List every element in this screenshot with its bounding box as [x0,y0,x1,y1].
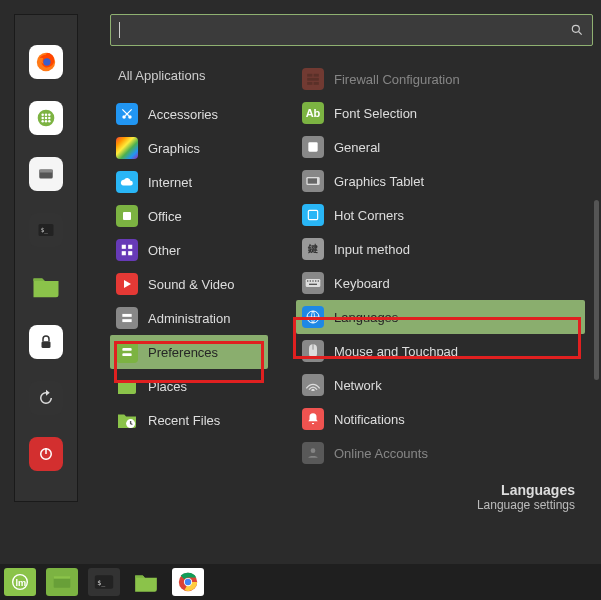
taskbar-terminal-icon[interactable]: $_ [88,568,120,596]
svg-rect-48 [309,284,317,285]
bell-icon [302,408,324,430]
svg-rect-27 [128,251,132,255]
svg-rect-36 [307,82,312,85]
category-office[interactable]: Office [110,199,268,233]
category-sound-video[interactable]: Sound & Video [110,267,268,301]
taskbar-files-icon[interactable] [46,568,78,596]
app-languages[interactable]: Languages [296,300,585,334]
item-label: Sound & Video [148,277,235,292]
app-online-accounts[interactable]: Online Accounts [296,436,585,470]
category-graphics[interactable]: Graphics [110,131,268,165]
item-description: Languages Language settings [477,482,575,512]
app-keyboard[interactable]: Keyboard [296,266,585,300]
corners-icon [302,204,324,226]
svg-rect-31 [122,353,131,356]
update-icon[interactable] [29,381,63,415]
files-icon[interactable] [29,157,63,191]
svg-text:$_: $_ [97,579,105,587]
category-preferences[interactable]: Preferences [110,335,268,369]
item-label: Other [148,243,181,258]
footer-subtitle: Language settings [477,498,575,512]
font-icon: Ab [302,102,324,124]
svg-rect-18 [45,448,47,454]
app-network[interactable]: Network [296,368,585,402]
svg-point-4 [45,113,48,116]
svg-rect-30 [122,348,131,351]
svg-point-19 [572,25,579,32]
category-internet[interactable]: Internet [110,165,268,199]
item-label: Graphics Tablet [334,174,424,189]
app-firewall-configuration[interactable]: Firewall Configuration [296,62,585,96]
svg-rect-16 [42,341,51,348]
svg-rect-26 [122,251,126,255]
svg-rect-37 [314,82,319,85]
application-menu: All Applications AccessoriesGraphicsInte… [110,14,593,564]
svg-point-7 [45,117,48,120]
scissors-icon [116,103,138,125]
svg-rect-58 [54,576,71,579]
svg-rect-29 [122,319,131,322]
app-font-selection[interactable]: AbFont Selection [296,96,585,130]
taskbar-folder-icon[interactable] [130,568,162,596]
svg-rect-42 [306,279,321,287]
prefs-icon [116,341,138,363]
item-label: Preferences [148,345,218,360]
svg-point-10 [45,120,48,123]
item-label: Hot Corners [334,208,404,223]
item-label: Firewall Configuration [334,72,460,87]
item-label: Languages [334,310,398,325]
svg-rect-35 [307,78,319,81]
category-places[interactable]: Places [110,369,268,403]
svg-point-1 [43,58,50,65]
mouse-icon [302,340,324,362]
taskbar: lm $_ [0,564,601,600]
item-label: Places [148,379,187,394]
item-label: Notifications [334,412,405,427]
svg-point-8 [48,117,51,120]
terminal-icon[interactable]: $_ [29,213,63,247]
cloud-icon [116,171,138,193]
item-label: Administration [148,311,230,326]
mint-menu-icon[interactable]: lm [4,568,36,596]
folder-icon[interactable] [29,269,63,303]
play-icon [116,273,138,295]
search-field[interactable] [110,14,593,46]
app-general[interactable]: General [296,130,585,164]
category-accessories[interactable]: Accessories [110,97,268,131]
apps-column: Firewall ConfigurationAbFont SelectionGe… [296,62,593,492]
svg-rect-33 [307,74,312,77]
svg-rect-43 [307,280,308,281]
category-administration[interactable]: Administration [110,301,268,335]
svg-point-9 [41,120,44,123]
svg-point-63 [185,579,191,585]
favorites-sidebar: $_ [14,14,78,502]
scrollbar[interactable] [594,200,599,380]
folder-icon [116,375,138,397]
power-icon[interactable] [29,437,63,471]
svg-point-5 [48,113,51,116]
firewall-icon [302,68,324,90]
item-label: Font Selection [334,106,417,121]
category-other[interactable]: Other [110,233,268,267]
item-label: Mouse and Touchpad [334,344,458,359]
app-notifications[interactable]: Notifications [296,402,585,436]
lock-icon[interactable] [29,325,63,359]
taskbar-chrome-icon[interactable] [172,568,204,596]
svg-rect-46 [315,280,316,281]
item-label: Recent Files [148,413,220,428]
app-graphics-tablet[interactable]: Graphics Tablet [296,164,585,198]
tablet-icon [302,170,324,192]
apps-icon[interactable] [29,101,63,135]
app-mouse-and-touchpad[interactable]: Mouse and Touchpad [296,334,585,368]
svg-rect-38 [308,142,317,151]
search-icon [570,23,584,37]
svg-text:lm: lm [15,578,26,588]
app-input-method[interactable]: 鍵Input method [296,232,585,266]
search-input[interactable] [124,23,570,38]
svg-point-11 [48,120,51,123]
category-recent-files[interactable]: Recent Files [110,403,268,437]
firefox-icon[interactable] [29,45,63,79]
input-icon: 鍵 [302,238,324,260]
svg-rect-34 [314,74,319,77]
app-hot-corners[interactable]: Hot Corners [296,198,585,232]
